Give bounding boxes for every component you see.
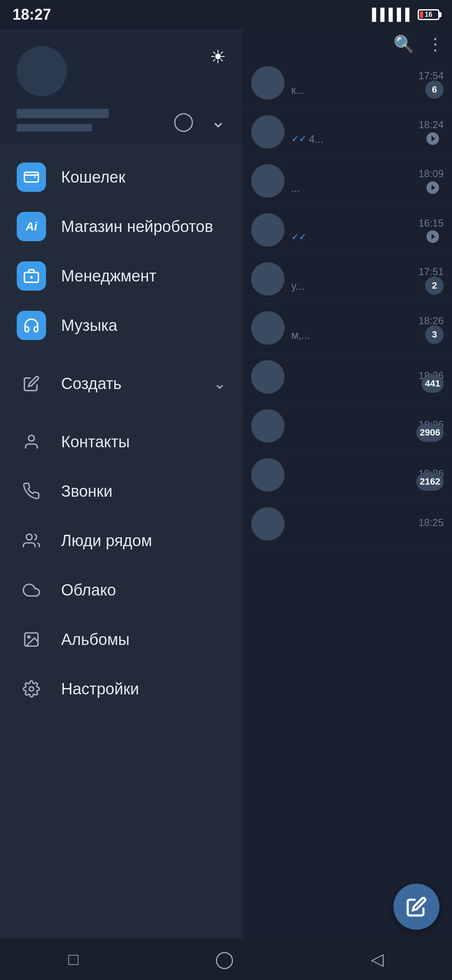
svg-point-8 bbox=[29, 687, 34, 691]
chat-content: 18:24 ✓✓ 4... bbox=[291, 119, 444, 145]
chat-header: 🔍 ⋮ bbox=[243, 29, 452, 59]
chat-content: 17:54 к... bbox=[291, 70, 444, 96]
menu-label-create: Создать bbox=[61, 375, 213, 393]
chat-badge bbox=[422, 129, 444, 148]
chat-preview: ... bbox=[291, 182, 300, 194]
menu-label-ai-shop: Магазин нейроботов bbox=[61, 218, 226, 236]
menu-item-contacts[interactable]: Контакты bbox=[0, 417, 243, 467]
chat-avatar bbox=[251, 213, 285, 247]
menu-label-nearby: Люди рядом bbox=[61, 532, 226, 550]
bottom-nav: □ ◯ ◁ bbox=[0, 938, 452, 980]
chat-avatar bbox=[251, 409, 285, 443]
albums-icon bbox=[17, 625, 46, 654]
chat-item[interactable]: 18:26 2906 bbox=[243, 402, 452, 451]
chat-content: 18:25 bbox=[291, 517, 444, 531]
chat-item[interactable]: 18:09 ... bbox=[243, 157, 452, 206]
user-phone-bar bbox=[17, 124, 92, 132]
menu-item-management[interactable]: Менеджмент bbox=[0, 251, 243, 301]
contacts-icon bbox=[17, 427, 46, 456]
menu-item-wallet[interactable]: Кошелек bbox=[0, 152, 243, 202]
search-icon[interactable]: 🔍 bbox=[393, 34, 414, 54]
sun-icon[interactable]: ☀ bbox=[210, 46, 226, 67]
nearby-icon bbox=[17, 526, 46, 555]
chat-avatar bbox=[251, 66, 285, 100]
menu-item-ai-shop[interactable]: Ai Магазин нейроботов bbox=[0, 202, 243, 251]
chat-panel: 🔍 ⋮ 17:54 к... 6 bbox=[243, 29, 452, 938]
user-name-bar bbox=[17, 109, 109, 118]
avatar[interactable] bbox=[17, 46, 67, 96]
chat-time: 17:51 bbox=[419, 266, 444, 278]
settings-icon bbox=[17, 674, 46, 704]
chat-content: 16:15 ✓✓ bbox=[291, 217, 444, 242]
chat-item[interactable]: 17:51 у... 2 bbox=[243, 255, 452, 304]
eye-icon[interactable]: ◯ bbox=[173, 110, 194, 132]
chat-avatar bbox=[251, 507, 285, 541]
chat-badge: 441 bbox=[421, 374, 444, 393]
chat-badge: 2906 bbox=[416, 423, 444, 442]
chat-time: 18:26 bbox=[419, 315, 444, 327]
chat-item[interactable]: 18:26 м,... 3 bbox=[243, 304, 452, 353]
menu-label-management: Менеджмент bbox=[61, 267, 226, 285]
menu-item-calls[interactable]: Звонки bbox=[0, 467, 243, 516]
chat-item[interactable]: 18:25 bbox=[243, 500, 452, 549]
chat-preview: к... bbox=[291, 84, 305, 96]
compose-fab[interactable] bbox=[393, 884, 439, 930]
nav-section: Контакты Звонки bbox=[0, 413, 243, 718]
music-icon bbox=[17, 311, 46, 340]
svg-point-7 bbox=[28, 636, 30, 638]
chat-time: 17:54 bbox=[419, 70, 444, 82]
chat-badge: 2 bbox=[425, 276, 444, 295]
chat-item[interactable]: 18:26 2162 bbox=[243, 451, 452, 500]
chat-preview: 4... bbox=[309, 133, 324, 145]
main-container: ☀ ◯ ⌄ bbox=[0, 29, 452, 938]
menu-item-albums[interactable]: Альбомы bbox=[0, 615, 243, 664]
status-icons: ▌▌▌▌▌ 16 bbox=[372, 8, 439, 21]
menu-label-music: Музыка bbox=[61, 317, 226, 335]
chat-badge: 2162 bbox=[416, 472, 444, 491]
more-icon[interactable]: ⋮ bbox=[427, 34, 444, 54]
recent-apps-button[interactable]: □ bbox=[68, 950, 78, 969]
menu-label-settings: Настройки bbox=[61, 680, 226, 698]
cloud-icon bbox=[17, 575, 46, 605]
double-tick-icon: ✓✓ bbox=[291, 232, 306, 242]
chat-badge bbox=[422, 227, 444, 246]
chat-content: 18:26 bbox=[291, 370, 444, 384]
menu-label-albums: Альбомы bbox=[61, 631, 226, 649]
menu-item-cloud[interactable]: Облако bbox=[0, 565, 243, 615]
menu-label-calls: Звонки bbox=[61, 482, 226, 500]
home-button[interactable]: ◯ bbox=[215, 949, 234, 969]
chat-badge: 3 bbox=[425, 325, 444, 344]
chat-avatar bbox=[251, 360, 285, 394]
create-icon bbox=[17, 369, 46, 398]
chat-avatar bbox=[251, 262, 285, 296]
chat-time: 18:25 bbox=[419, 517, 444, 529]
chat-time: 18:09 bbox=[419, 168, 444, 180]
chat-item[interactable]: 18:24 ✓✓ 4... bbox=[243, 108, 452, 157]
menu-item-settings[interactable]: Настройки bbox=[0, 664, 243, 714]
chat-avatar bbox=[251, 115, 285, 149]
header-chevron-icon[interactable]: ⌄ bbox=[211, 110, 226, 132]
chat-item[interactable]: 18:26 441 bbox=[243, 353, 452, 402]
chat-time: 18:24 bbox=[419, 119, 444, 131]
chat-list: 17:54 к... 6 18:24 ✓✓ 4... bbox=[243, 59, 452, 938]
calls-icon bbox=[17, 477, 46, 506]
menu-item-create[interactable]: Создать ⌄ bbox=[0, 359, 243, 408]
chat-item[interactable]: 17:54 к... 6 bbox=[243, 59, 452, 108]
battery-icon: 16 bbox=[418, 9, 439, 20]
app-menu-section: Кошелек Ai Магазин нейроботов bbox=[0, 148, 243, 355]
status-time: 18:27 bbox=[13, 6, 51, 23]
menu-item-music[interactable]: Музыка bbox=[0, 301, 243, 350]
wallet-icon bbox=[17, 162, 46, 192]
svg-point-5 bbox=[26, 534, 32, 540]
header-actions: ◯ ⌄ bbox=[173, 110, 226, 132]
back-button[interactable]: ◁ bbox=[371, 949, 384, 969]
chat-item[interactable]: 16:15 ✓✓ bbox=[243, 206, 452, 255]
status-bar: 18:27 ▌▌▌▌▌ 16 bbox=[0, 0, 452, 29]
menu-item-nearby[interactable]: Люди рядом bbox=[0, 516, 243, 565]
drawer: ☀ ◯ ⌄ bbox=[0, 29, 243, 938]
chat-content: 18:26 м,... bbox=[291, 315, 444, 341]
chat-preview: м,... bbox=[291, 329, 310, 341]
management-icon bbox=[17, 261, 46, 291]
menu-label-wallet: Кошелек bbox=[61, 168, 226, 186]
svg-rect-0 bbox=[24, 172, 38, 182]
